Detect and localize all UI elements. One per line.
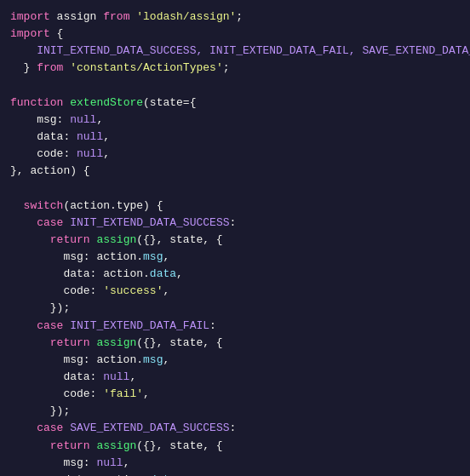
- line-content: data: action.data,: [10, 472, 183, 476]
- token: from: [103, 10, 129, 23]
- code-line: [0, 77, 470, 95]
- token: });: [10, 301, 70, 314]
- token: [10, 422, 37, 434]
- token: (action.type) {: [63, 199, 163, 212]
- line-content: msg: action.msg,: [10, 352, 169, 369]
- token: INIT_EXTEND_DATA_SUCCESS: [70, 216, 229, 229]
- line-content: function extendStore(state={: [10, 95, 196, 112]
- line-content: code: 'fail',: [10, 386, 150, 403]
- token: ({}, state, {: [136, 439, 222, 452]
- token: assign: [50, 10, 103, 23]
- line-content: } from 'constants/ActionTypes';: [10, 60, 230, 77]
- line-content: import {: [10, 26, 63, 43]
- token: code:: [10, 147, 77, 160]
- token: data: action.: [10, 267, 150, 280]
- token: [10, 233, 50, 246]
- token: ,: [163, 250, 169, 263]
- token: ({}, state, {: [136, 233, 222, 246]
- token: [10, 319, 37, 332]
- token: data:: [10, 130, 77, 143]
- token: INIT_EXTEND_DATA_FAIL: [70, 319, 209, 332]
- token: msg: action.: [10, 250, 143, 263]
- token: return: [50, 439, 90, 452]
- code-line: data: null,: [0, 369, 470, 386]
- token: switch: [10, 199, 63, 212]
- token: });: [10, 404, 70, 417]
- code-line: data: null,: [0, 129, 470, 146]
- token: INIT_EXTEND_DATA_SUCCESS, INIT_EXTEND_DA…: [10, 44, 470, 57]
- token: msg: action.: [10, 353, 143, 366]
- code-line: code: null,: [0, 146, 470, 163]
- line-content: });: [10, 300, 70, 317]
- code-line: return assign({}, state, {: [0, 232, 470, 249]
- token: 'constants/ActionTypes': [70, 61, 222, 74]
- token: [10, 336, 50, 349]
- line-content: return assign({}, state, {: [10, 232, 223, 249]
- code-line: }, action) {: [0, 163, 470, 180]
- token: data: [150, 267, 176, 280]
- token: ,: [176, 267, 183, 280]
- code-line: case INIT_EXTEND_DATA_SUCCESS:: [0, 215, 470, 232]
- code-line: function extendStore(state={: [0, 95, 470, 112]
- token: assign: [96, 233, 136, 246]
- code-line: return assign({}, state, {: [0, 335, 470, 352]
- token: ,: [143, 387, 150, 400]
- token: null: [70, 113, 96, 126]
- token: [10, 216, 37, 229]
- token: 'lodash/assign': [136, 10, 236, 23]
- line-content: data: action.data,: [10, 266, 183, 283]
- token: code:: [10, 387, 103, 400]
- line-content: return assign({}, state, {: [10, 335, 223, 352]
- token: assign: [96, 439, 136, 452]
- line-content: code: 'success',: [10, 283, 169, 300]
- token: msg:: [10, 456, 96, 469]
- line-content: return assign({}, state, {: [10, 438, 223, 455]
- token: assign: [96, 336, 136, 349]
- token: :: [229, 422, 236, 434]
- token: return: [50, 336, 90, 349]
- token: ,: [163, 284, 169, 297]
- token: :: [229, 216, 236, 229]
- token: null: [103, 370, 129, 383]
- token: import: [10, 27, 50, 40]
- code-line: msg: action.msg,: [0, 352, 470, 369]
- token: return: [50, 233, 90, 246]
- line-content: INIT_EXTEND_DATA_SUCCESS, INIT_EXTEND_DA…: [10, 43, 470, 60]
- line-content: });: [10, 403, 70, 420]
- code-line: data: action.data,: [0, 472, 470, 476]
- code-line: switch(action.type) {: [0, 198, 470, 215]
- token: null: [96, 456, 123, 469]
- token: ;: [223, 61, 230, 74]
- line-content: [10, 77, 17, 95]
- code-line: import {: [0, 26, 470, 43]
- code-line: case SAVE_EXTEND_DATA_SUCCESS:: [0, 420, 470, 437]
- code-line: msg: null,: [0, 455, 470, 472]
- code-line: });: [0, 403, 470, 420]
- token: msg: [143, 353, 163, 366]
- token: data:: [10, 370, 103, 383]
- token: msg:: [10, 113, 70, 126]
- token: [10, 439, 50, 452]
- token: extendStore: [70, 96, 143, 109]
- code-line: import assign from 'lodash/assign';: [0, 9, 470, 26]
- token: SAVE_EXTEND_DATA_SUCCESS: [70, 422, 229, 434]
- token: ,: [96, 113, 103, 126]
- code-line: code: 'fail',: [0, 386, 470, 403]
- token: ;: [236, 10, 243, 23]
- token: import: [10, 10, 50, 23]
- line-content: case INIT_EXTEND_DATA_SUCCESS:: [10, 215, 236, 232]
- token: ,: [123, 456, 130, 469]
- code-line: msg: null,: [0, 112, 470, 129]
- code-line: } from 'constants/ActionTypes';: [0, 60, 470, 77]
- token: case: [37, 216, 63, 229]
- token: from: [37, 61, 63, 74]
- token: ,: [129, 370, 136, 383]
- token: ,: [103, 147, 110, 160]
- token: case: [37, 422, 63, 434]
- code-line: data: action.data,: [0, 266, 470, 283]
- line-content: data: null,: [10, 129, 110, 146]
- token: 'success': [103, 284, 163, 297]
- token: ({}, state, {: [136, 336, 222, 349]
- code-line: return assign({}, state, {: [0, 438, 470, 455]
- token: null: [77, 147, 103, 160]
